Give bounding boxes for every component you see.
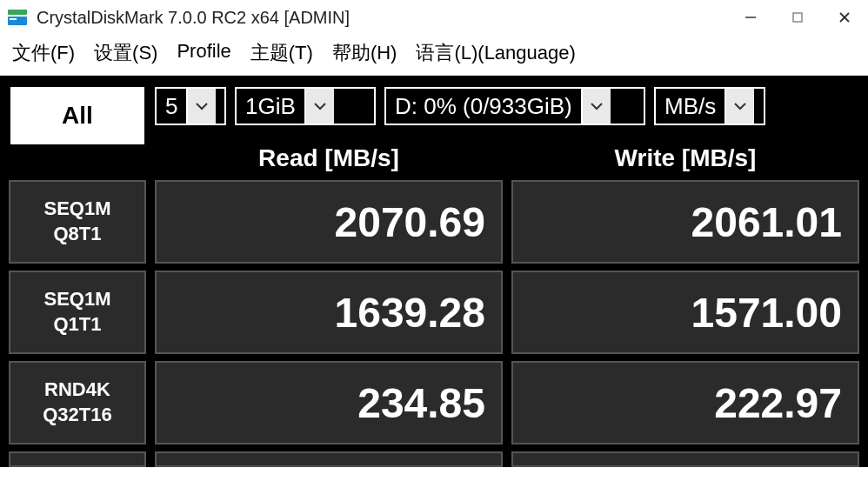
test-count-select[interactable]: 5 [155,87,226,125]
titlebar: CrystalDiskMark 7.0.0 RC2 x64 [ADMIN] [0,0,868,35]
window-title: CrystalDiskMark 7.0.0 RC2 x64 [ADMIN] [37,8,727,28]
controls-row: All 5 1GiB D: 0% (0/933GiB) [0,76,868,137]
read-value: 1639.28 [155,271,503,354]
test-label-line1: SEQ1M [43,287,110,312]
svg-rect-2 [10,18,17,20]
maximize-button[interactable] [774,0,821,35]
read-value [155,451,503,467]
close-button[interactable] [821,0,868,35]
test-label-line2: Q8T1 [53,222,101,247]
menu-help[interactable]: 帮助(H) [332,40,397,66]
test-row-seq1m-q8t1: SEQ1M Q8T1 2070.69 2061.01 [0,180,868,271]
svg-rect-1 [8,17,27,25]
test-row-next-cutoff [0,451,868,467]
test-label-line2: Q1T1 [53,312,101,338]
drive-select[interactable]: D: 0% (0/933GiB) [384,87,645,125]
write-value [511,451,859,467]
write-value: 1571.00 [511,271,859,354]
chevron-down-icon [186,89,216,124]
run-all-label: All [62,102,93,130]
minimize-button[interactable] [727,0,774,35]
test-label-line1: RND4K [44,378,110,403]
chevron-down-icon [724,89,754,124]
test-size-select[interactable]: 1GiB [235,87,376,125]
menubar: 文件(F) 设置(S) Profile 主题(T) 帮助(H) 语言(L)(La… [0,35,868,76]
menu-language[interactable]: 语言(L)(Language) [416,40,575,66]
test-row-seq1m-q1t1: SEQ1M Q1T1 1639.28 1571.00 [0,271,868,361]
chevron-down-icon [581,89,611,124]
read-value: 2070.69 [155,180,503,264]
test-label-line2: Q32T16 [43,403,112,428]
write-value: 2061.01 [511,180,859,264]
unit-select[interactable]: MB/s [654,87,765,125]
run-all-button[interactable]: All [9,85,146,146]
app-icon [7,7,28,28]
write-value: 222.97 [511,361,859,445]
write-header: Write [MB/s] [511,144,859,172]
run-seq1m-q1t1-button[interactable]: SEQ1M Q1T1 [9,271,146,354]
test-count-value: 5 [157,89,186,124]
svg-rect-4 [793,13,802,22]
unit-value: MB/s [656,89,724,124]
test-label-line1: SEQ1M [43,197,110,222]
read-header: Read [MB/s] [155,144,503,172]
window-controls [727,0,868,35]
test-row-rnd4k-q32t16: RND4K Q32T16 234.85 222.97 [0,361,868,451]
benchmark-panel: All 5 1GiB D: 0% (0/933GiB) [0,76,868,467]
menu-theme[interactable]: 主题(T) [250,40,313,66]
menu-file[interactable]: 文件(F) [12,40,75,66]
menu-settings[interactable]: 设置(S) [94,40,157,66]
read-value: 234.85 [155,361,503,445]
menu-profile[interactable]: Profile [177,40,230,66]
run-seq1m-q8t1-button[interactable]: SEQ1M Q8T1 [9,180,146,264]
run-next-button[interactable] [9,451,146,467]
test-size-value: 1GiB [237,89,304,124]
svg-rect-0 [8,10,27,15]
chevron-down-icon [304,89,334,124]
run-rnd4k-q32t16-button[interactable]: RND4K Q32T16 [9,361,146,445]
drive-value: D: 0% (0/933GiB) [386,89,581,124]
